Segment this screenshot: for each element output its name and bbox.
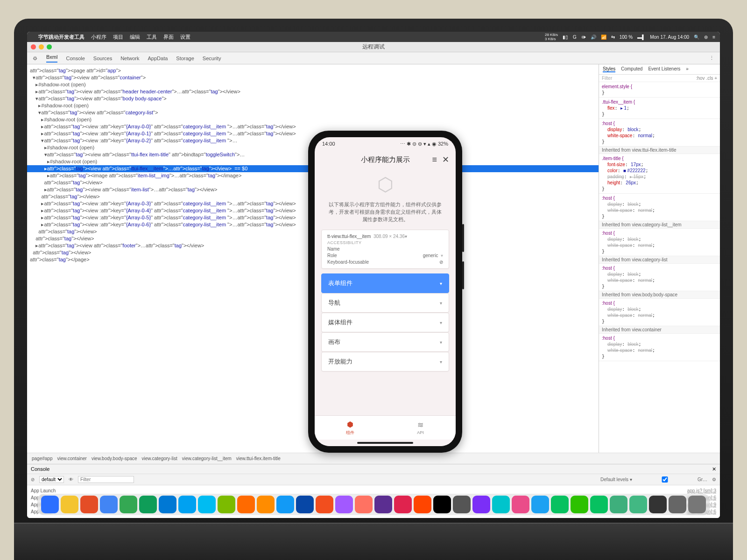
dock-app-icon[interactable] bbox=[159, 496, 176, 513]
dock-app-icon[interactable] bbox=[571, 496, 588, 513]
phone-close-icon[interactable]: ✕ bbox=[442, 154, 449, 165]
console-drawer-tab[interactable]: Console bbox=[31, 466, 49, 472]
breadcrumb-item[interactable]: view.category-list__item bbox=[182, 456, 232, 461]
menu-miniprogram[interactable]: 小程序 bbox=[91, 34, 106, 41]
styles-tab-listeners[interactable]: Event Listeners bbox=[648, 66, 680, 72]
spotlight-icon[interactable]: 🔍 bbox=[694, 35, 699, 40]
tooltip-selector: tt-view.ttui-flex__item bbox=[327, 234, 371, 239]
google-icon[interactable]: G bbox=[573, 35, 577, 40]
dock-app-icon[interactable] bbox=[198, 496, 216, 513]
styles-hov-toggle[interactable]: :hov bbox=[696, 76, 705, 81]
dock-app-icon[interactable] bbox=[374, 496, 392, 513]
close-icon[interactable] bbox=[31, 44, 36, 49]
menu-settings[interactable]: 设置 bbox=[180, 34, 190, 41]
styles-tab-computed[interactable]: Computed bbox=[621, 66, 642, 72]
menubar-clock[interactable]: Mon 17. Aug 14:00 bbox=[650, 35, 689, 40]
breadcrumb-item[interactable]: view.ttui-flex.item-title bbox=[236, 456, 281, 461]
breadcrumb-item[interactable]: view.container bbox=[57, 456, 87, 461]
zoom-icon[interactable] bbox=[47, 44, 52, 49]
dock-app-icon[interactable] bbox=[669, 496, 686, 513]
dock-app-icon[interactable] bbox=[120, 496, 137, 513]
console-settings-icon[interactable]: ⚙ bbox=[712, 477, 716, 482]
console-group-checkbox[interactable] bbox=[637, 476, 693, 483]
dock-app-icon[interactable] bbox=[61, 496, 78, 513]
dock-app-icon[interactable] bbox=[453, 496, 471, 513]
dock-app-icon[interactable] bbox=[335, 496, 353, 513]
dock-app-icon[interactable] bbox=[100, 496, 118, 513]
console-source-link[interactable]: app.js? [sm]:3 bbox=[687, 487, 716, 494]
tab-console[interactable]: Console bbox=[66, 56, 85, 61]
dock-app-icon[interactable] bbox=[276, 496, 294, 513]
dock-app-icon[interactable] bbox=[649, 496, 667, 513]
dock-app-icon[interactable] bbox=[41, 496, 59, 513]
control-center-icon[interactable]: ⊜ bbox=[704, 35, 708, 40]
dock-app-icon[interactable] bbox=[237, 496, 255, 513]
dock-app-icon[interactable] bbox=[218, 496, 235, 513]
styles-tab-styles[interactable]: Styles bbox=[603, 66, 615, 72]
phone-category-item[interactable]: 开放能力▾ bbox=[321, 352, 449, 371]
breadcrumb-item[interactable]: view.body.body-space bbox=[92, 456, 137, 461]
tab-storage[interactable]: Storage bbox=[176, 56, 194, 61]
macos-dock[interactable] bbox=[37, 494, 710, 515]
breadcrumb-item[interactable]: view.category-list bbox=[142, 456, 177, 461]
dock-app-icon[interactable] bbox=[531, 496, 549, 513]
dock-app-icon[interactable] bbox=[512, 496, 529, 513]
phone-tab-components[interactable]: ⬢ 组件 bbox=[315, 416, 385, 440]
styles-add-rule[interactable]: + bbox=[714, 76, 717, 81]
tab-sources[interactable]: Sources bbox=[93, 56, 112, 61]
dock-app-icon[interactable] bbox=[178, 496, 196, 513]
phone-category-item[interactable]: 导航▾ bbox=[321, 293, 449, 313]
dock-app-icon[interactable] bbox=[355, 496, 373, 513]
sync-icon[interactable]: ⇆ bbox=[611, 35, 615, 40]
dock-app-icon[interactable] bbox=[433, 496, 451, 513]
console-filter-input[interactable] bbox=[78, 476, 134, 483]
styles-cls-toggle[interactable]: .cls bbox=[706, 76, 713, 81]
devtools-more-icon[interactable]: ⋮ bbox=[709, 55, 714, 61]
dock-app-icon[interactable] bbox=[257, 496, 275, 513]
dock-app-icon[interactable] bbox=[316, 496, 333, 513]
console-levels[interactable]: Default levels ▾ bbox=[600, 477, 632, 482]
phone-category-item[interactable]: 媒体组件▾ bbox=[321, 313, 449, 332]
dock-app-icon[interactable] bbox=[629, 496, 647, 513]
inspect-icon[interactable]: ⯐ bbox=[33, 56, 38, 61]
console-eye-icon[interactable]: 👁 bbox=[69, 477, 73, 482]
dock-app-icon[interactable] bbox=[394, 496, 412, 513]
tooltip-role-value: generic bbox=[423, 253, 438, 258]
app-name[interactable]: 字节跳动开发者工具 bbox=[38, 34, 85, 41]
styles-filter[interactable]: Filter bbox=[602, 76, 612, 81]
volume-icon[interactable]: 🔊 bbox=[591, 35, 596, 40]
dock-app-icon[interactable] bbox=[610, 496, 627, 513]
dock-app-icon[interactable] bbox=[590, 496, 608, 513]
console-close-icon[interactable]: ✕ bbox=[712, 466, 716, 472]
wifi-icon[interactable]: 📶 bbox=[601, 35, 606, 40]
sound-icon[interactable]: 🕪 bbox=[581, 35, 586, 40]
minimize-icon[interactable] bbox=[39, 44, 44, 49]
breadcrumb-item[interactable]: page#app bbox=[32, 456, 53, 461]
notifications-icon[interactable]: ≡ bbox=[712, 35, 715, 40]
menu-project[interactable]: 项目 bbox=[113, 34, 123, 41]
console-clear-icon[interactable]: ⊘ bbox=[31, 477, 35, 482]
dock-app-icon[interactable] bbox=[139, 496, 157, 513]
tab-security[interactable]: Security bbox=[203, 56, 221, 61]
dock-app-icon[interactable] bbox=[414, 496, 431, 513]
styles-tab-more[interactable]: » bbox=[686, 66, 689, 72]
tab-network[interactable]: Network bbox=[120, 56, 139, 61]
styles-rules[interactable]: element.style {}….ttui-flex__item { flex… bbox=[599, 82, 720, 453]
tab-appdata[interactable]: AppData bbox=[148, 56, 168, 61]
tab-bxml[interactable]: Bxml bbox=[46, 54, 57, 63]
phone-tab-api[interactable]: ≋ API bbox=[385, 416, 456, 440]
phone-category-item[interactable]: 画布▾ bbox=[321, 332, 449, 352]
dock-app-icon[interactable] bbox=[551, 496, 569, 513]
phone-menu-icon[interactable]: ≡ bbox=[432, 155, 437, 165]
dock-app-icon[interactable] bbox=[80, 496, 98, 513]
dock-app-icon[interactable] bbox=[492, 496, 510, 513]
menu-edit[interactable]: 编辑 bbox=[130, 34, 140, 41]
dock-app-icon[interactable] bbox=[296, 496, 314, 513]
dock-app-icon[interactable] bbox=[472, 496, 490, 513]
phone-category-item[interactable]: 表单组件▾ bbox=[321, 273, 449, 293]
menu-tools[interactable]: 工具 bbox=[147, 34, 157, 41]
menu-interface[interactable]: 界面 bbox=[163, 34, 174, 41]
dock-app-icon[interactable] bbox=[688, 496, 706, 513]
elements-breadcrumb[interactable]: page#appview.containerview.body.body-spa… bbox=[27, 453, 720, 464]
console-context-select[interactable]: default bbox=[39, 476, 64, 483]
